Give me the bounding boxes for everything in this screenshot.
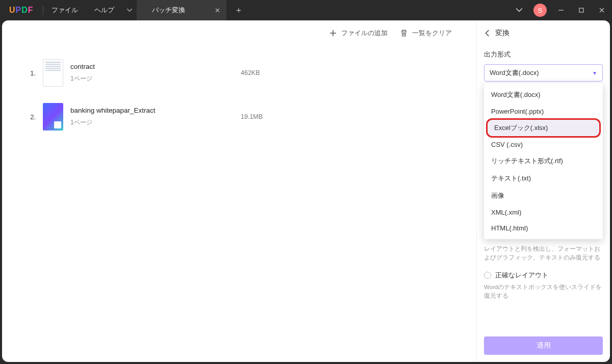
row-index: 2. [27, 113, 36, 121]
format-option-highlighted[interactable]: Excelブック(.xlsx) [487, 119, 600, 137]
close-tab-icon[interactable]: ✕ [215, 7, 220, 14]
file-thumbnail [43, 103, 63, 131]
file-list: 1. contract 1ページ 462KB 2. banking whitep… [2, 46, 476, 362]
caret-down-icon: ▼ [592, 70, 597, 76]
radio-label: 正確なレイアウト [495, 271, 548, 280]
output-format-select[interactable]: Word文書(.docx) ▼ [484, 64, 603, 82]
minimize-icon[interactable] [551, 0, 571, 20]
format-option[interactable]: 画像 [484, 187, 603, 204]
menu-help[interactable]: ヘルプ [86, 6, 122, 15]
content-toolbar: ファイルの追加 一覧をクリア [2, 20, 476, 46]
file-info: banking whitepapar_Extract 1ページ [70, 107, 234, 127]
format-option[interactable]: テキスト(.txt) [484, 170, 603, 187]
content-area: ファイルの追加 一覧をクリア 1. contract 1ページ 462KB [2, 20, 476, 362]
selected-format: Word文書(.docx) [490, 68, 539, 77]
file-size: 19.1MB [241, 113, 302, 120]
output-format-label: 出力形式 [484, 50, 603, 59]
row-index: 1. [27, 69, 36, 77]
format-option[interactable]: HTML(.html) [484, 220, 603, 236]
file-name: banking whitepapar_Extract [70, 107, 234, 114]
format-option[interactable]: CSV (.csv) [484, 137, 603, 152]
plus-icon [329, 29, 337, 37]
user-avatar[interactable]: S [533, 4, 547, 17]
file-info: contract 1ページ [70, 63, 234, 83]
clear-list-button[interactable]: 一覧をクリア [400, 29, 452, 38]
app-logo: UPDF [0, 6, 43, 15]
add-tab-button[interactable]: ＋ [226, 5, 251, 16]
exact-layout-option[interactable]: 正確なレイアウト [484, 271, 603, 280]
chevron-down-icon[interactable] [509, 0, 529, 20]
radio-icon[interactable] [484, 272, 491, 279]
title-bar: UPDF ファイル ヘルプ バッチ変換 ✕ ＋ S [0, 0, 612, 20]
trash-icon [400, 29, 408, 37]
file-name: contract [70, 63, 234, 70]
panel-title: 変換 [495, 29, 509, 38]
add-files-label: ファイルの追加 [341, 29, 388, 38]
side-panel: 変換 出力形式 Word文書(.docx) ▼ Word文書(.docx) Po… [476, 20, 610, 362]
layout-hint-text-2: Wordのテキストボックスを使いスライドを復元する [484, 283, 603, 301]
format-option[interactable]: PowerPoint(.pptx) [484, 103, 603, 119]
add-files-button[interactable]: ファイルの追加 [329, 29, 388, 38]
clear-list-label: 一覧をクリア [412, 29, 452, 38]
tab-title: バッチ変換 [143, 6, 194, 15]
app-body: ファイルの追加 一覧をクリア 1. contract 1ページ 462KB [2, 20, 610, 362]
format-option[interactable]: Word文書(.docx) [484, 86, 603, 103]
file-pages: 1ページ [70, 74, 234, 83]
file-row[interactable]: 1. contract 1ページ 462KB [27, 51, 452, 95]
chevron-left-icon [484, 30, 491, 37]
layout-hint-text: レイアウトと列を検出し、フォーマットおよびグラフィック、テキストのみ復元する [484, 245, 603, 263]
file-thumbnail [43, 59, 63, 87]
format-option[interactable]: XML(.xml) [484, 204, 603, 220]
tab-batch-convert[interactable]: バッチ変換 ✕ [137, 0, 226, 20]
format-option[interactable]: リッチテキスト形式(.rtf) [484, 152, 603, 170]
tab-list-dropdown-icon[interactable] [122, 9, 137, 12]
svg-rect-1 [579, 8, 583, 12]
panel-back[interactable]: 変換 [484, 29, 603, 38]
apply-button[interactable]: 適用 [484, 336, 603, 355]
menu-file[interactable]: ファイル [43, 6, 86, 15]
maximize-icon[interactable] [571, 0, 592, 20]
format-dropdown: Word文書(.docx) PowerPoint(.pptx) Excelブック… [484, 83, 603, 239]
file-pages: 1ページ [70, 118, 234, 127]
file-row[interactable]: 2. banking whitepapar_Extract 1ページ 19.1M… [27, 95, 452, 139]
file-size: 462KB [241, 69, 302, 76]
close-window-icon[interactable] [592, 0, 612, 20]
